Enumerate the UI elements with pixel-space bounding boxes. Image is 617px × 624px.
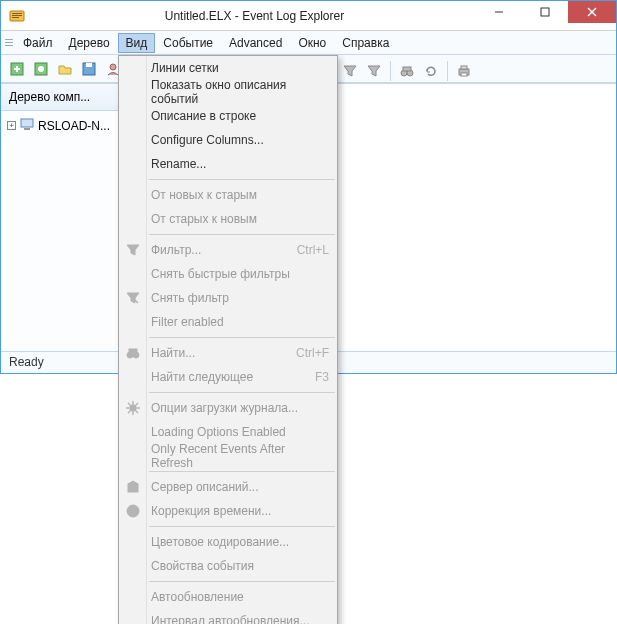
menu-item-label: Найти... [151,346,195,360]
menu-item-label: Свойства события [151,559,254,573]
svg-rect-23 [461,73,467,76]
status-text: Ready [9,355,44,369]
menu-item: Only Recent Events After Refresh [119,444,337,468]
menu-item-label: Снять фильтр [151,291,229,305]
menu-item: Найти следующееF3 [119,365,337,389]
tree-item[interactable]: + RSLOAD-N... [5,115,116,136]
menu-item-label: Rename... [151,157,206,171]
menu-item-label: От новых к старым [151,188,257,202]
tree-expand-icon[interactable]: + [7,121,16,130]
maximize-button[interactable] [522,1,568,23]
menu-item-label: Only Recent Events After Refresh [151,442,329,470]
menu-item-label: Снять быстрые фильтры [151,267,290,281]
menu-item-label: Loading Options Enabled [151,425,286,439]
menu-item-shortcut: F3 [299,370,329,384]
svg-rect-16 [21,119,33,127]
menu-item-label: Цветовое кодирование... [151,535,289,549]
menu-item-label: Опции загрузки журнала... [151,401,298,415]
menu-item-label: Линии сетки [151,61,219,75]
window-title: Untitled.ELX - Event Log Explorer [33,9,476,23]
menu-окно[interactable]: Окно [290,33,334,53]
funnel-x-icon [124,289,142,307]
menu-separator [149,234,335,235]
svg-line-33 [128,403,130,405]
svg-rect-37 [128,484,138,492]
menu-item: От новых к старым [119,183,337,207]
menu-item[interactable]: Rename... [119,152,337,176]
binoculars-icon [124,344,142,362]
menu-separator [149,581,335,582]
tool-add-icon[interactable] [31,59,51,79]
menu-справка[interactable]: Справка [334,33,397,53]
view-menu-dropdown: Линии сеткиПоказать окно описания событи… [118,55,338,624]
menu-файл[interactable]: Файл [15,33,61,53]
menu-item-label: Filter enabled [151,315,224,329]
svg-rect-20 [403,67,411,71]
computer-icon [20,117,34,134]
menu-separator [149,179,335,180]
tool-funnel-icon-2[interactable] [364,61,384,81]
tree-item-label: RSLOAD-N... [38,119,110,133]
menu-item: Фильтр...Ctrl+L [119,238,337,262]
tool-save-icon[interactable] [79,59,99,79]
gear-icon [124,399,142,417]
menu-item: Loading Options Enabled [119,420,337,444]
menu-item-label: Сервер описаний... [151,480,259,494]
svg-rect-14 [86,63,92,67]
menu-item-shortcut: Ctrl+F [280,346,329,360]
menu-item: Свойства события [119,554,337,578]
menu-item-label: Найти следующее [151,370,253,384]
tool-print-icon[interactable] [454,61,474,81]
minimize-button[interactable] [476,1,522,23]
menu-item: Снять фильтр [119,286,337,310]
menu-item: Снять быстрые фильтры [119,262,337,286]
box-icon [124,478,142,496]
menu-item: Коррекция времени... [119,499,337,523]
menu-item-label: Описание в строке [151,109,256,123]
toolbar-separator [447,61,448,81]
tool-new-icon[interactable] [7,59,27,79]
menu-separator [149,471,335,472]
menu-separator [149,392,335,393]
svg-rect-27 [129,349,137,353]
menu-вид[interactable]: Вид [118,33,156,53]
menu-item-label: Configure Columns... [151,133,264,147]
tool-binoculars-icon[interactable] [397,61,417,81]
toolbar-separator [390,61,391,81]
menu-дерево[interactable]: Дерево [61,33,118,53]
menu-item: Автообновление [119,585,337,609]
svg-rect-17 [24,128,30,130]
tool-open-icon[interactable] [55,59,75,79]
menu-событие[interactable]: Событие [155,33,221,53]
menu-item-label: Фильтр... [151,243,201,257]
menu-item[interactable]: Описание в строке [119,104,337,128]
tree: + RSLOAD-N... [1,111,120,140]
svg-line-35 [136,403,138,405]
menu-item: Опции загрузки журнала... [119,396,337,420]
svg-line-34 [136,411,138,413]
menu-item[interactable]: Линии сетки [119,56,337,80]
menu-item[interactable]: Configure Columns... [119,128,337,152]
menu-item: Filter enabled [119,310,337,334]
menu-separator [149,526,335,527]
app-icon [9,8,25,24]
svg-point-12 [38,66,44,72]
svg-rect-2 [12,15,22,16]
menu-advanced[interactable]: Advanced [221,33,290,53]
tool-funnel-icon[interactable] [340,61,360,81]
menu-item-label: Автообновление [151,590,244,604]
toolbar-right [340,58,474,84]
svg-point-28 [130,405,136,411]
window-controls [476,1,616,30]
menu-item-shortcut: Ctrl+L [281,243,329,257]
menu-item[interactable]: Показать окно описания событий [119,80,337,104]
menu-item: Цветовое кодирование... [119,530,337,554]
menu-item: Интервал автообновления... [119,609,337,624]
menu-item-label: Показать окно описания событий [151,78,329,106]
menu-item: Найти...Ctrl+F [119,341,337,365]
svg-point-15 [110,64,116,70]
menubar-grip[interactable] [5,34,13,52]
tool-refresh-icon-2[interactable] [421,61,441,81]
clock-icon [124,502,142,520]
close-button[interactable] [568,1,616,23]
